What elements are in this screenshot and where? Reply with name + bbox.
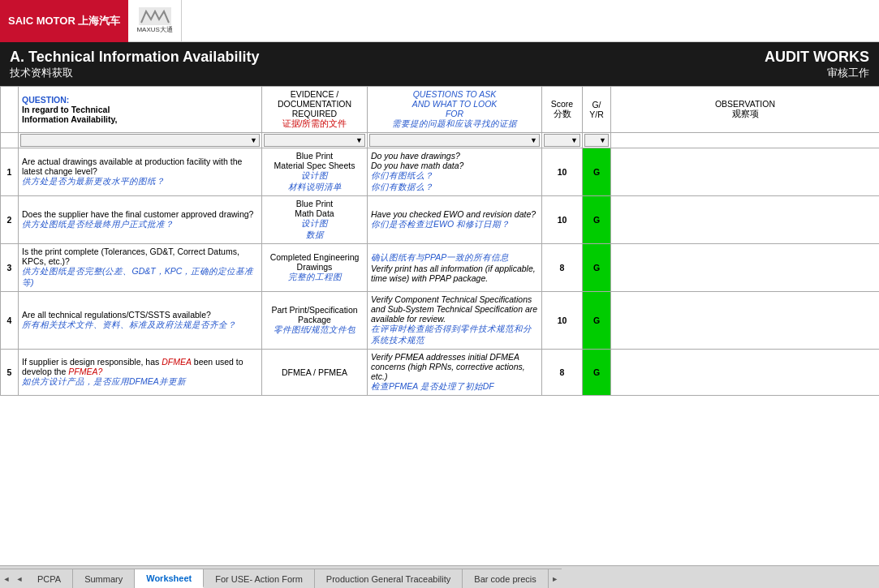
question-label: QUESTION:: [22, 95, 69, 105]
tab-bar: ◄ ◄ PCPA Summary Worksheet For USE- Acti…: [0, 565, 879, 588]
tab-scroll-left2[interactable]: ◄: [13, 569, 26, 588]
row-question-2: Does the supplier have the final custome…: [19, 196, 262, 244]
col-questions-header: QUESTIONS TO ASK AND WHAT TO LOOK FOR 需要…: [368, 87, 542, 133]
col-gyr-header: G/Y/R: [583, 87, 611, 133]
row-observation-4: [611, 292, 880, 350]
questions-line3: FOR: [446, 109, 463, 118]
questions-en-3: Verify print has all information (if app…: [371, 264, 536, 283]
col-evidence-header: EVIDENCE / DOCUMENTATION REQUIRED 证据/所需的…: [262, 87, 368, 133]
evidence-cn-3: 完整的工程图: [288, 272, 342, 281]
row-question-5: If supplier is design responsible, has D…: [19, 350, 262, 396]
filter-score-arrow: ▼: [571, 136, 578, 144]
maxus-logo-image: [139, 7, 171, 25]
col-question-header: QUESTION: In regard to TechnicalInformat…: [19, 87, 262, 133]
questions-en-2: Have you checked EWO and revision date?: [371, 209, 536, 219]
filter-evidence-btn[interactable]: ▼: [264, 134, 365, 147]
tab-traceability[interactable]: Production General Traceability: [315, 569, 463, 588]
tab-scroll-right[interactable]: ►: [549, 569, 562, 588]
filter-score-btn[interactable]: ▼: [544, 134, 580, 147]
maxus-text: MAXUS大通: [136, 25, 172, 34]
filter-question-arrow: ▼: [250, 136, 257, 144]
row-questions-3: 确认图纸有与PPAP一致的所有信息 Verify print has all i…: [368, 244, 542, 292]
score-en: Score: [551, 99, 573, 109]
filter-questions-btn[interactable]: ▼: [369, 134, 540, 147]
tab-barcode[interactable]: Bar code precis: [463, 569, 548, 588]
table-header-row: QUESTION: In regard to TechnicalInformat…: [1, 87, 880, 133]
row-questions-2: Have you checked EWO and revision date? …: [368, 196, 542, 244]
saic-logo: SAIC MOTOR 上海汽车: [0, 0, 128, 42]
row-question-4: Are all technical regulations/CTS/SSTS a…: [19, 292, 262, 350]
question-text-5: If supplier is design responsible, has D…: [22, 357, 258, 388]
row-gyr-4: G: [583, 292, 611, 350]
tab-action-form[interactable]: For USE- Action Form: [204, 569, 315, 588]
row-num-1: 1: [1, 148, 19, 196]
row-observation-3: [611, 244, 880, 292]
evidence-line3: REQUIRED: [292, 109, 337, 118]
row-score-5: 8: [542, 350, 583, 396]
row-evidence-5: DFMEA / PFMEA: [262, 350, 368, 396]
row-question-3: Is the print complete (Tolerances, GD&T,…: [19, 244, 262, 292]
questions-cn-5: 检查PFMEA 是否处理了初始DF: [371, 381, 494, 391]
row-num-3: 3: [1, 244, 19, 292]
col-score-header: Score 分数: [542, 87, 583, 133]
filter-evidence[interactable]: ▼: [262, 133, 368, 148]
table-row: 5 If supplier is design responsible, has…: [1, 350, 880, 396]
main-table: QUESTION: In regard to TechnicalInformat…: [0, 86, 879, 396]
dfmea-label: DFMEA: [162, 357, 192, 367]
questions-line1: QUESTIONS TO ASK: [413, 89, 497, 99]
table-row: 1 Are actual drawings available at produ…: [1, 148, 880, 196]
evidence-cn-4: 零件图纸/规范文件包: [274, 324, 356, 334]
row-score-4: 10: [542, 292, 583, 350]
question-text-3: Is the print complete (Tolerances, GD&T,…: [22, 247, 258, 289]
col-num-header: [1, 87, 19, 133]
section-title-left: A. Technical Information Availability 技术…: [10, 49, 259, 80]
maxus-logo: MAXUS大通: [128, 0, 181, 42]
row-score-2: 10: [542, 196, 583, 244]
tab-scroll-left[interactable]: ◄: [0, 569, 13, 588]
row-num-5: 5: [1, 350, 19, 396]
section-subtitle-left: 技术资料获取: [10, 66, 259, 80]
observation-en: OBSERVATION: [715, 99, 775, 109]
row-observation-5: [611, 350, 880, 396]
score-cn: 分数: [554, 109, 571, 118]
questions-en-1: Do you have drawings?Do you have math da…: [371, 151, 463, 170]
filter-questions[interactable]: ▼: [368, 133, 542, 148]
filter-question[interactable]: ▼: [19, 133, 262, 148]
row-evidence-4: Part Print/Specification Package 零件图纸/规范…: [262, 292, 368, 350]
section-subtitle-right: 审核工作: [827, 66, 869, 80]
evidence-cn-1: 设计图材料说明清单: [288, 170, 342, 191]
pfmea-label: PFMEA?: [68, 367, 102, 376]
section-bar: A. Technical Information Availability 技术…: [0, 42, 879, 86]
tab-pcpa[interactable]: PCPA: [26, 569, 73, 588]
filter-gyr[interactable]: ▼: [583, 133, 611, 148]
questions-en-5: Verify PFMEA addresses initial DFMEA con…: [371, 352, 525, 381]
row-gyr-3: G: [583, 244, 611, 292]
questions-cn-1: 你们有图纸么？你们有数据么？: [371, 170, 433, 191]
col-observation-header: OBSERVATION 观察项: [611, 87, 880, 133]
filter-evidence-arrow: ▼: [355, 136, 363, 144]
filter-observation: [611, 133, 880, 148]
table-row: 3 Is the print complete (Tolerances, GD&…: [1, 244, 880, 292]
question-subtext: In regard to TechnicalInformation Availa…: [22, 105, 117, 124]
question-text-4: Are all technical regulations/CTS/SSTS a…: [22, 310, 258, 331]
row-evidence-2: Blue PrintMath Data 设计图数据: [262, 196, 368, 244]
tab-worksheet[interactable]: Worksheet: [135, 569, 204, 588]
row-score-1: 10: [542, 148, 583, 196]
question-cn-2: 供方处图纸是否经最终用户正式批准？: [22, 219, 174, 229]
row-question-1: Are actual drawings available at product…: [19, 148, 262, 196]
filter-num: [1, 133, 19, 148]
filter-gyr-btn[interactable]: ▼: [584, 134, 609, 147]
filter-question-btn[interactable]: ▼: [20, 134, 260, 147]
evidence-line2: DOCUMENTATION: [278, 99, 351, 109]
filter-row: ▼ ▼ ▼: [1, 133, 880, 148]
row-num-2: 2: [1, 196, 19, 244]
section-title-right: AUDIT WORKS 审核工作: [765, 49, 869, 80]
tab-summary[interactable]: Summary: [73, 569, 135, 588]
row-gyr-2: G: [583, 196, 611, 244]
question-cn-3: 供方处图纸是否完整(公差、GD&T，KPC，正确的定位基准等): [22, 266, 253, 287]
question-text-2: Does the supplier have the final custome…: [22, 209, 258, 230]
filter-score[interactable]: ▼: [542, 133, 583, 148]
question-cn-1: 供方处是否为最新更改水平的图纸？: [22, 176, 165, 186]
app-container: SAIC MOTOR 上海汽车 MAXUS大通 A. Technical Inf…: [0, 0, 879, 588]
filter-questions-arrow: ▼: [530, 136, 537, 144]
